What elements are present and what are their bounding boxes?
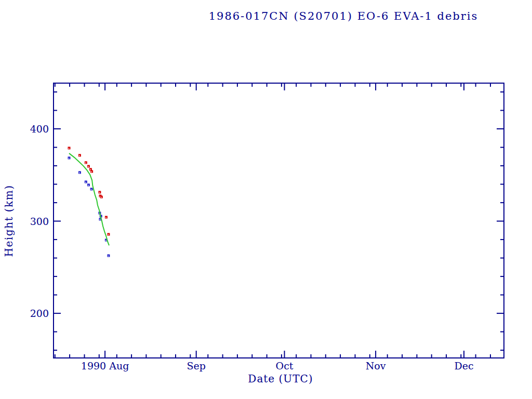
y-tick-label: 400	[18, 123, 49, 135]
y-tick-label: 300	[18, 215, 49, 228]
upper-height-points	[68, 147, 110, 236]
x-axis-ticks	[55, 83, 490, 358]
lower-height-points	[68, 157, 110, 257]
x-tick-label: Sep	[187, 360, 205, 371]
plot-frame	[54, 83, 504, 358]
x-tick-label: Dec	[454, 360, 473, 371]
x-tick-label: 1990 Aug	[81, 360, 129, 371]
y-axis-ticks	[54, 92, 504, 350]
x-tick-label: Oct	[276, 360, 294, 371]
x-tick-label: Nov	[366, 360, 386, 371]
plot-area	[0, 0, 532, 399]
chart-page: 1986-017CN (S20701) EO-6 EVA-1 debris He…	[0, 0, 532, 399]
y-tick-label: 200	[18, 307, 49, 320]
